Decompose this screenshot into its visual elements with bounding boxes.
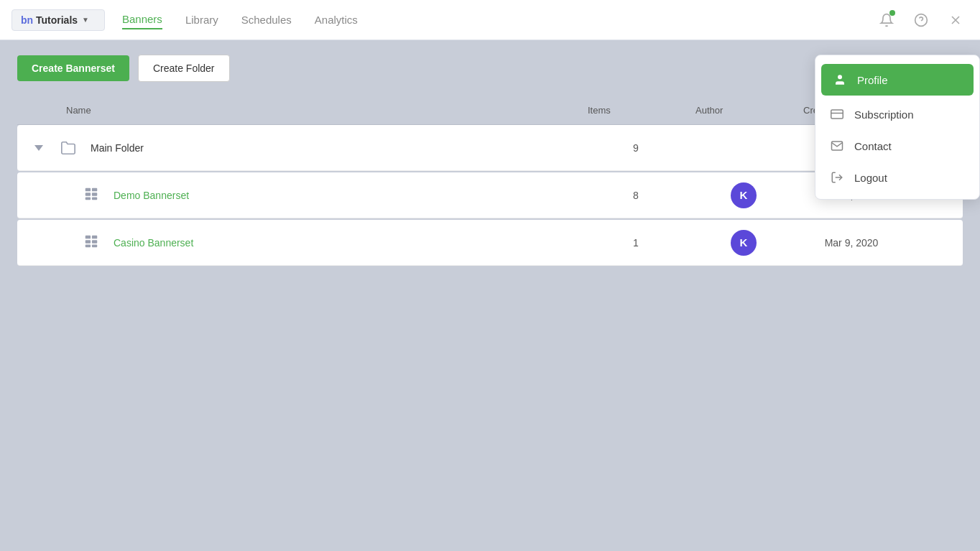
row-name-cell: Main Folder [60, 140, 582, 156]
row-items: 1 [582, 237, 690, 249]
top-nav: bn Tutorials ▼ Banners Library Schedules… [0, 0, 980, 40]
notification-dot [889, 10, 895, 16]
bannerset-name[interactable]: Demo Bannerset [108, 190, 189, 201]
dropdown-subscription-label: Subscription [854, 108, 914, 121]
svg-rect-17 [92, 244, 97, 247]
create-folder-button[interactable]: Create Folder [138, 55, 230, 82]
col-expand [17, 102, 60, 119]
svg-point-18 [838, 75, 842, 79]
row-expand [17, 237, 60, 249]
svg-rect-10 [85, 197, 91, 200]
svg-rect-12 [85, 235, 91, 239]
svg-rect-13 [92, 235, 97, 239]
svg-rect-15 [92, 240, 97, 244]
avatar: K [731, 182, 757, 208]
svg-rect-7 [92, 187, 97, 191]
row-name-cell: Demo Bannerset [60, 186, 582, 205]
notifications-button[interactable] [874, 7, 900, 33]
dropdown-logout-label: Logout [854, 172, 887, 184]
expand-button[interactable] [17, 139, 60, 157]
svg-rect-14 [85, 240, 91, 244]
svg-rect-8 [85, 193, 91, 196]
nav-analytics[interactable]: Analytics [315, 11, 358, 29]
dropdown-contact-label: Contact [854, 140, 892, 152]
row-items: 8 [582, 190, 690, 201]
bannerset-icon [83, 233, 99, 252]
nav-library[interactable]: Library [185, 11, 218, 29]
svg-rect-6 [85, 187, 91, 191]
row-name-cell: Casino Bannerset [60, 233, 582, 252]
dropdown-profile-label: Profile [857, 74, 888, 86]
dropdown-item-logout[interactable]: Logout [815, 162, 979, 193]
folder-name: Main Folder [85, 142, 144, 154]
row-expand [17, 190, 60, 201]
close-button[interactable] [943, 7, 969, 33]
chevron-down-icon [34, 145, 43, 151]
row-author: K [690, 230, 798, 256]
bannerset-icon [83, 186, 99, 205]
help-button[interactable] [908, 7, 934, 33]
col-items: Items [582, 102, 690, 119]
logout-icon [830, 170, 844, 185]
person-icon [833, 73, 847, 87]
dropdown-item-subscription[interactable]: Subscription [815, 98, 979, 130]
bannerset-name[interactable]: Casino Bannerset [108, 237, 193, 249]
brand-text: bn Tutorials [21, 14, 78, 26]
brand-button[interactable]: bn Tutorials ▼ [11, 9, 105, 31]
nav-banners[interactable]: Banners [122, 10, 162, 29]
mail-icon [830, 139, 844, 153]
svg-rect-9 [92, 193, 97, 196]
row-created: Mar 9, 2020 [798, 237, 905, 249]
dropdown-item-contact[interactable]: Contact [815, 130, 979, 162]
col-name: Name [60, 102, 582, 119]
nav-links: Banners Library Schedules Analytics [122, 10, 874, 29]
row-author: K [690, 182, 798, 208]
avatar: K [731, 230, 757, 256]
row-items: 9 [582, 142, 690, 154]
brand-arrow-icon: ▼ [82, 16, 89, 24]
creditcard-icon [830, 107, 844, 121]
create-bannerset-button[interactable]: Create Bannerset [17, 55, 129, 81]
table-row: Casino Bannerset 1 K Mar 9, 2020 [17, 220, 963, 266]
folder-icon [60, 140, 76, 156]
col-author: Author [690, 102, 798, 119]
dropdown-item-profile[interactable]: Profile [821, 64, 974, 96]
svg-rect-11 [92, 197, 97, 200]
svg-rect-19 [831, 110, 843, 119]
nav-right [874, 7, 969, 33]
svg-rect-16 [85, 244, 91, 247]
dropdown-menu: Profile Subscription Contact [815, 55, 980, 200]
nav-schedules[interactable]: Schedules [241, 11, 292, 29]
